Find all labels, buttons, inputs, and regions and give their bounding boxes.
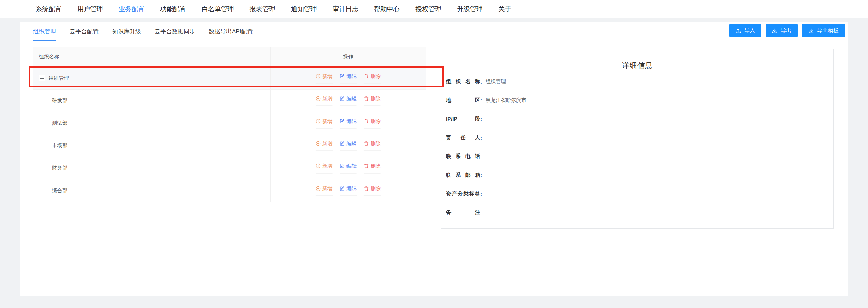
plus-circle-icon <box>316 186 321 191</box>
nav-item-0[interactable]: 系统配置 <box>36 5 62 14</box>
table-row[interactable]: 研发部新增编辑删除 <box>33 90 426 112</box>
edit-action-link[interactable]: 编辑 <box>340 163 357 174</box>
edit-action-link[interactable]: 编辑 <box>340 140 357 151</box>
plus-circle-icon <box>316 163 321 168</box>
download-icon <box>808 28 814 34</box>
nav-item-9[interactable]: 授权管理 <box>415 5 441 14</box>
action-link-content: 编辑 <box>340 163 357 169</box>
table-row[interactable]: 市场部新增编辑删除 <box>33 134 426 157</box>
del-action-link[interactable]: 删除 <box>364 163 381 174</box>
detail-field: 组 织 名 称:组织管理 <box>446 72 833 91</box>
org-name: 组织管理 <box>49 75 69 81</box>
trash-icon <box>364 186 369 191</box>
del-action-link[interactable]: 删除 <box>364 73 381 84</box>
edit-action-link[interactable]: 编辑 <box>340 118 357 129</box>
action-link-content: 编辑 <box>340 95 357 102</box>
toolbar-button-2[interactable]: 导出模板 <box>802 24 845 37</box>
action-group: 新增编辑删除 <box>316 185 381 196</box>
nav-item-4[interactable]: 白名单管理 <box>202 5 234 14</box>
action-divider <box>336 186 336 191</box>
nav-item-1[interactable]: 用户管理 <box>77 5 103 14</box>
collapse-toggle-icon[interactable] <box>39 75 45 81</box>
actions-cell: 新增编辑删除 <box>271 67 426 89</box>
tab-2[interactable]: 知识库升级 <box>112 22 141 41</box>
nav-item-11[interactable]: 关于 <box>498 5 511 14</box>
add-action-link[interactable]: 新增 <box>316 95 333 106</box>
field-label: 联 系 电 话 <box>446 153 480 160</box>
detail-field: 责 任 人: <box>446 128 833 147</box>
nav-item-7[interactable]: 审计日志 <box>333 5 358 14</box>
org-name-cell: 测试部 <box>33 112 271 134</box>
action-divider <box>360 119 360 124</box>
action-underline <box>340 128 357 129</box>
nav-item-3[interactable]: 功能配置 <box>160 5 186 14</box>
field-label: 地 区 <box>446 97 480 104</box>
tab-4[interactable]: 数据导出API配置 <box>209 22 253 41</box>
field-colon: : <box>480 116 482 122</box>
del-action-link[interactable]: 删除 <box>364 118 381 129</box>
action-link-content: 编辑 <box>340 185 357 192</box>
field-colon: : <box>480 135 482 141</box>
nav-item-6[interactable]: 通知管理 <box>291 5 317 14</box>
nav-item-10[interactable]: 升级管理 <box>457 5 483 14</box>
action-underline <box>340 150 357 151</box>
toolbar-button-1[interactable]: 导出 <box>766 24 798 37</box>
org-table: 组织名称 操作 组织管理新增编辑删除研发部新增编辑删除测试部新增编辑删除市场部新… <box>33 47 426 202</box>
tab-1[interactable]: 云平台配置 <box>70 22 99 41</box>
action-label: 新增 <box>322 185 333 192</box>
action-label: 删除 <box>371 140 381 147</box>
action-underline <box>340 195 357 196</box>
trash-icon <box>364 74 369 79</box>
del-action-link[interactable]: 删除 <box>364 95 381 106</box>
action-label: 删除 <box>371 185 381 192</box>
action-label: 编辑 <box>346 95 357 102</box>
field-colon: : <box>480 153 482 159</box>
detail-field: 资产分类标签: <box>446 184 833 203</box>
add-action-link[interactable]: 新增 <box>316 163 333 174</box>
column-header-actions: 操作 <box>271 47 426 67</box>
action-label: 删除 <box>371 118 381 125</box>
button-label: 导出 <box>781 27 792 34</box>
toolbar-button-0[interactable]: 导入 <box>729 24 761 37</box>
edit-icon <box>340 141 345 146</box>
action-link-content: 新增 <box>316 140 333 147</box>
del-action-link[interactable]: 删除 <box>364 140 381 151</box>
action-label: 编辑 <box>346 73 357 80</box>
minus-icon <box>40 78 44 79</box>
nav-item-8[interactable]: 帮助中心 <box>374 5 400 14</box>
tab-3[interactable]: 云平台数据同步 <box>155 22 195 41</box>
table-row[interactable]: 财务部新增编辑删除 <box>33 157 426 179</box>
add-action-link[interactable]: 新增 <box>316 185 333 196</box>
action-divider <box>360 74 360 79</box>
trash-icon <box>364 96 369 101</box>
add-action-link[interactable]: 新增 <box>316 140 333 151</box>
org-name: 综合部 <box>52 187 67 194</box>
action-link-content: 新增 <box>316 185 333 192</box>
org-name: 财务部 <box>52 165 67 171</box>
nav-item-2[interactable]: 业务配置 <box>119 5 144 14</box>
edit-icon <box>340 96 345 101</box>
add-action-link[interactable]: 新增 <box>316 73 333 84</box>
table-row[interactable]: 测试部新增编辑删除 <box>33 112 426 134</box>
top-nav: 系统配置用户管理业务配置功能配置白名单管理报表管理通知管理审计日志帮助中心授权管… <box>0 0 868 18</box>
action-link-content: 删除 <box>364 163 381 169</box>
del-action-link[interactable]: 删除 <box>364 185 381 196</box>
edit-action-link[interactable]: 编辑 <box>340 95 357 106</box>
table-row[interactable]: 综合部新增编辑删除 <box>33 179 426 202</box>
table-row[interactable]: 组织管理新增编辑删除 <box>33 67 426 90</box>
action-label: 编辑 <box>346 163 357 169</box>
edit-action-link[interactable]: 编辑 <box>340 185 357 196</box>
tab-0[interactable]: 组织管理 <box>33 22 56 41</box>
add-action-link[interactable]: 新增 <box>316 118 333 129</box>
toolbar: 导入导出导出模板 <box>729 24 845 37</box>
edit-action-link[interactable]: 编辑 <box>340 73 357 84</box>
action-label: 编辑 <box>346 140 357 147</box>
action-label: 删除 <box>371 95 381 102</box>
nav-item-5[interactable]: 报表管理 <box>250 5 275 14</box>
edit-icon <box>340 74 345 79</box>
field-colon: : <box>480 210 482 215</box>
field-colon: : <box>480 172 482 178</box>
action-divider <box>360 141 360 146</box>
action-divider <box>336 164 336 168</box>
action-group: 新增编辑删除 <box>316 73 381 84</box>
